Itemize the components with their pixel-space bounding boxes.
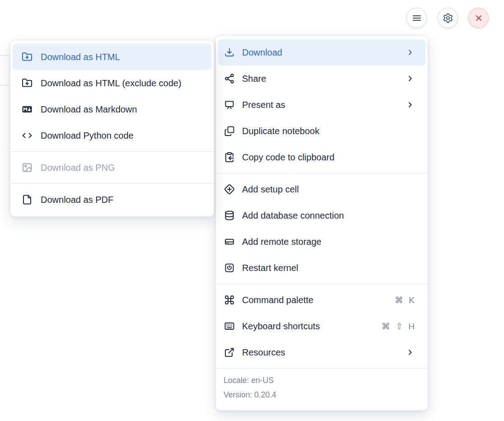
menu-item-add-database-connection[interactable]: Add database connection xyxy=(218,202,425,229)
folder-down-icon xyxy=(22,51,33,62)
notebook-menu-button[interactable] xyxy=(406,8,427,28)
keyboard-icon xyxy=(224,321,235,332)
keyboard-shortcut-hint: ⌘ ⇧ H xyxy=(382,321,415,332)
menu-item-label: Present as xyxy=(242,100,406,110)
download-icon xyxy=(224,47,235,58)
menu-item-label: Keyboard shortcuts xyxy=(242,321,382,332)
menu-item-label: Duplicate notebook xyxy=(242,126,415,136)
file-icon xyxy=(22,194,33,205)
menu-item-resources[interactable]: Resources xyxy=(218,339,425,365)
menu-item-label: Download as Markdown xyxy=(41,104,204,115)
menu-item-download-python-code[interactable]: Download Python code xyxy=(13,122,211,149)
version-text: Version: 0.20.4 xyxy=(224,388,420,402)
menu-separator xyxy=(216,284,428,284)
chevron-right-icon xyxy=(406,348,415,357)
menu-separator xyxy=(216,173,428,173)
settings-button[interactable] xyxy=(438,8,458,28)
share-icon xyxy=(224,73,235,84)
menu-item-label: Download as PDF xyxy=(41,195,204,205)
database-icon xyxy=(224,210,235,221)
menu-item-label: Download as HTML xyxy=(41,52,204,62)
power-square-icon xyxy=(224,262,235,273)
menu-item-download-as-html-exclude-code[interactable]: Download as HTML (exclude code) xyxy=(13,70,211,96)
menu-item-label: Download Python code xyxy=(41,131,204,141)
menu-item-share[interactable]: Share xyxy=(218,65,425,92)
menu-item-download-as-html[interactable]: Download as HTML xyxy=(13,44,211,70)
diamond-plus-icon xyxy=(224,184,235,195)
menu-separator xyxy=(10,183,214,184)
menu-item-present-as[interactable]: Present as xyxy=(218,92,425,118)
menu-item-label: Add remote storage xyxy=(242,237,415,247)
background-divider xyxy=(0,55,9,56)
menu-item-download-as-pdf[interactable]: Download as PDF xyxy=(13,187,211,213)
chevron-right-icon xyxy=(406,48,415,57)
menu-item-download[interactable]: Download xyxy=(218,39,425,65)
copy-icon xyxy=(224,126,235,136)
command-icon xyxy=(224,295,235,305)
shutdown-button[interactable] xyxy=(468,8,489,28)
locale-text: Locale: en-US xyxy=(224,373,420,388)
menu-item-download-as-png: Download as PNG xyxy=(13,154,211,181)
app-background: Download as HTMLDownload as HTML (exclud… xyxy=(0,0,504,421)
menu-item-label: Add setup cell xyxy=(242,184,415,195)
menu-item-duplicate-notebook[interactable]: Duplicate notebook xyxy=(218,118,425,144)
close-x-icon xyxy=(473,13,484,23)
background-divider xyxy=(0,85,9,86)
menu-item-label: Download as HTML (exclude code) xyxy=(41,78,204,89)
menu-item-label: Restart kernel xyxy=(242,263,415,273)
menu-separator xyxy=(10,151,214,152)
menu-item-label: Resources xyxy=(242,347,406,358)
code-icon xyxy=(22,130,33,141)
settings-gear-icon xyxy=(443,13,453,23)
menu-item-label: Download xyxy=(242,47,406,58)
keyboard-shortcut-hint: ⌘ K xyxy=(395,295,415,305)
menu-item-copy-code-to-clipboard[interactable]: Copy code to clipboard xyxy=(218,144,425,170)
image-icon xyxy=(22,162,33,173)
menu-item-restart-kernel[interactable]: Restart kernel xyxy=(218,255,425,281)
hard-drive-icon xyxy=(224,236,235,247)
menu-item-keyboard-shortcuts[interactable]: Keyboard shortcuts⌘ ⇧ H xyxy=(218,313,425,339)
external-link-icon xyxy=(224,347,235,358)
menu-item-add-remote-storage[interactable]: Add remote storage xyxy=(218,229,425,255)
download-submenu: Download as HTMLDownload as HTML (exclud… xyxy=(10,40,214,217)
menu-item-add-setup-cell[interactable]: Add setup cell xyxy=(218,176,425,202)
chevron-right-icon xyxy=(406,100,415,109)
folder-down-icon xyxy=(22,78,33,89)
markdown-icon xyxy=(22,104,33,115)
menu-item-label: Command palette xyxy=(242,295,395,305)
menu-item-label: Add database connection xyxy=(242,210,415,221)
menu-item-label: Download as PNG xyxy=(41,163,204,173)
menu-footer: Locale: en-US Version: 0.20.4 xyxy=(216,368,428,407)
presentation-icon xyxy=(224,99,235,110)
hamburger-menu-icon xyxy=(411,13,422,23)
clipboard-copy-icon xyxy=(224,152,235,163)
menu-item-download-as-markdown[interactable]: Download as Markdown xyxy=(13,96,211,122)
menu-item-command-palette[interactable]: Command palette⌘ K xyxy=(218,287,425,313)
chevron-right-icon xyxy=(406,74,415,83)
notebook-menu: DownloadSharePresent asDuplicate noteboo… xyxy=(215,35,428,411)
menu-item-label: Copy code to clipboard xyxy=(242,152,415,163)
menu-item-label: Share xyxy=(242,74,406,84)
